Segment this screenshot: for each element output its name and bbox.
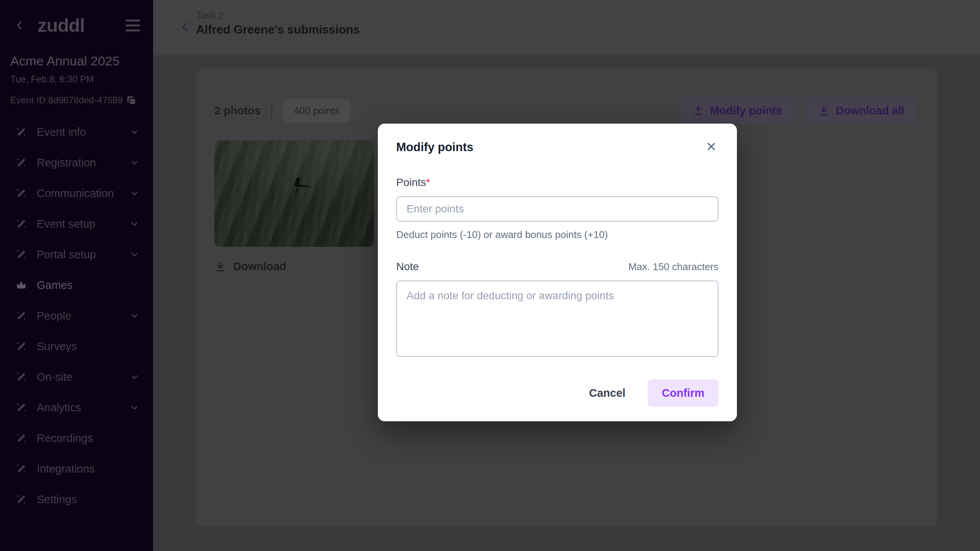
sidebar-item-label: Games xyxy=(37,279,72,292)
note-max-chars: Max. 150 characters xyxy=(628,261,719,273)
sidebar-item-label: Recordings xyxy=(37,432,93,445)
required-asterisk: * xyxy=(426,176,430,188)
download-all-button[interactable]: Download all xyxy=(806,97,916,124)
wand-icon xyxy=(15,249,27,260)
chevron-down-icon xyxy=(129,219,139,229)
page-header: Task 2 Alfred Greene’s submissions xyxy=(153,0,980,56)
copy-icon[interactable] xyxy=(126,95,137,106)
submission-photo[interactable] xyxy=(214,140,374,247)
points-badge: 400 points xyxy=(283,99,350,122)
modify-points-modal: Modify points Points* Deduct points (-10… xyxy=(378,124,737,421)
sidebar-top: zuddl xyxy=(0,0,153,36)
sidebar-item-analytics[interactable]: Analytics xyxy=(0,392,153,423)
chevron-down-icon xyxy=(129,403,139,412)
event-id-row: Event ID:8d9678ded-47589 xyxy=(10,95,142,106)
sidebar-item-label: On-site xyxy=(37,371,72,383)
sidebar-item-recordings[interactable]: Recordings xyxy=(0,423,153,453)
wand-icon xyxy=(15,157,27,168)
modal-header: Modify points xyxy=(396,140,719,154)
chevron-down-icon xyxy=(129,127,139,137)
points-input[interactable] xyxy=(396,196,719,222)
wand-icon xyxy=(15,463,27,474)
event-name: Acme Annual 2025 xyxy=(10,54,142,68)
modal-title: Modify points xyxy=(396,140,473,154)
sidebar-item-label: Registration xyxy=(37,156,96,169)
sidebar-item-people[interactable]: People xyxy=(0,300,153,331)
close-icon xyxy=(705,140,717,153)
breadcrumb: Task 2 xyxy=(196,10,224,21)
sidebar: zuddl Acme Annual 2025 Tue, Feb 8, 6:30 … xyxy=(0,0,153,551)
sidebar-back-icon[interactable] xyxy=(14,20,25,31)
chevron-down-icon xyxy=(129,249,139,259)
sidebar-item-label: Event setup xyxy=(37,218,95,230)
wand-icon xyxy=(15,187,27,199)
cancel-button[interactable]: Cancel xyxy=(589,387,626,399)
chevron-down-icon xyxy=(129,372,139,382)
download-icon xyxy=(214,261,227,273)
event-block: Acme Annual 2025 Tue, Feb 8, 6:30 PM Eve… xyxy=(0,36,153,106)
sidebar-item-on-site[interactable]: On-site xyxy=(0,362,153,392)
photos-count: 2 photos xyxy=(214,104,261,117)
sidebar-item-portal-setup[interactable]: Portal setup xyxy=(0,239,153,270)
wand-icon xyxy=(15,341,27,352)
card-header: 2 photos 400 points Modify points Downlo… xyxy=(214,97,916,124)
sidebar-item-label: People xyxy=(37,310,71,322)
close-button[interactable] xyxy=(704,140,719,154)
page-title: Alfred Greene’s submissions xyxy=(196,23,360,37)
wand-icon xyxy=(15,494,27,505)
wand-icon xyxy=(15,310,27,321)
bird-silhouette xyxy=(283,177,316,197)
wand-icon xyxy=(15,218,27,230)
sidebar-item-surveys[interactable]: Surveys xyxy=(0,331,153,362)
sidebar-item-games[interactable]: Games xyxy=(0,270,153,300)
download-link-label: Download xyxy=(233,260,286,273)
wand-icon xyxy=(15,402,27,413)
download-all-label: Download all xyxy=(836,104,904,117)
note-label: Note xyxy=(396,261,419,273)
modify-points-button[interactable]: Modify points xyxy=(681,97,794,124)
wand-icon xyxy=(15,371,27,383)
sidebar-item-label: Event info xyxy=(37,126,86,139)
sidebar-item-registration[interactable]: Registration xyxy=(0,147,153,178)
note-row: Note Max. 150 characters xyxy=(396,261,719,273)
confirm-button[interactable]: Confirm xyxy=(648,379,719,407)
chevron-down-icon xyxy=(129,158,139,168)
download-link[interactable]: Download xyxy=(214,260,286,273)
sidebar-menu: Event infoRegistrationCommunicationEvent… xyxy=(0,117,153,515)
sidebar-item-communication[interactable]: Communication xyxy=(0,178,153,209)
points-helper-text: Deduct points (-10) or award bonus point… xyxy=(396,229,719,241)
divider xyxy=(271,103,272,119)
app-screen: zuddl Acme Annual 2025 Tue, Feb 8, 6:30 … xyxy=(0,0,980,551)
sidebar-item-label: Communication xyxy=(37,187,114,200)
wand-icon xyxy=(15,432,27,444)
hamburger-menu-icon[interactable] xyxy=(126,20,140,31)
note-textarea[interactable] xyxy=(396,280,719,357)
modify-points-label: Modify points xyxy=(710,104,782,117)
sidebar-item-integrations[interactable]: Integrations xyxy=(0,453,153,484)
sidebar-item-label: Settings xyxy=(37,493,77,506)
back-icon[interactable] xyxy=(178,21,191,34)
sidebar-item-label: Integrations xyxy=(37,463,95,475)
event-datetime: Tue, Feb 8, 6:30 PM xyxy=(10,74,142,85)
plus-minus-icon xyxy=(692,104,704,117)
event-id: Event ID:8d9678ded-47589 xyxy=(10,95,123,106)
crown-icon xyxy=(15,279,27,291)
chevron-down-icon xyxy=(129,188,139,198)
sidebar-item-settings[interactable]: Settings xyxy=(0,484,153,515)
sidebar-item-label: Portal setup xyxy=(37,248,96,261)
wand-icon xyxy=(15,126,27,138)
sidebar-item-event-info[interactable]: Event info xyxy=(0,117,153,147)
points-label: Points* xyxy=(396,176,719,189)
sidebar-item-label: Surveys xyxy=(37,340,77,353)
sidebar-item-label: Analytics xyxy=(37,401,81,414)
modal-footer: Cancel Confirm xyxy=(396,379,719,407)
zuddl-logo: zuddl xyxy=(38,15,85,36)
download-icon xyxy=(818,104,830,117)
chevron-down-icon xyxy=(129,311,139,321)
sidebar-item-event-setup[interactable]: Event setup xyxy=(0,209,153,239)
